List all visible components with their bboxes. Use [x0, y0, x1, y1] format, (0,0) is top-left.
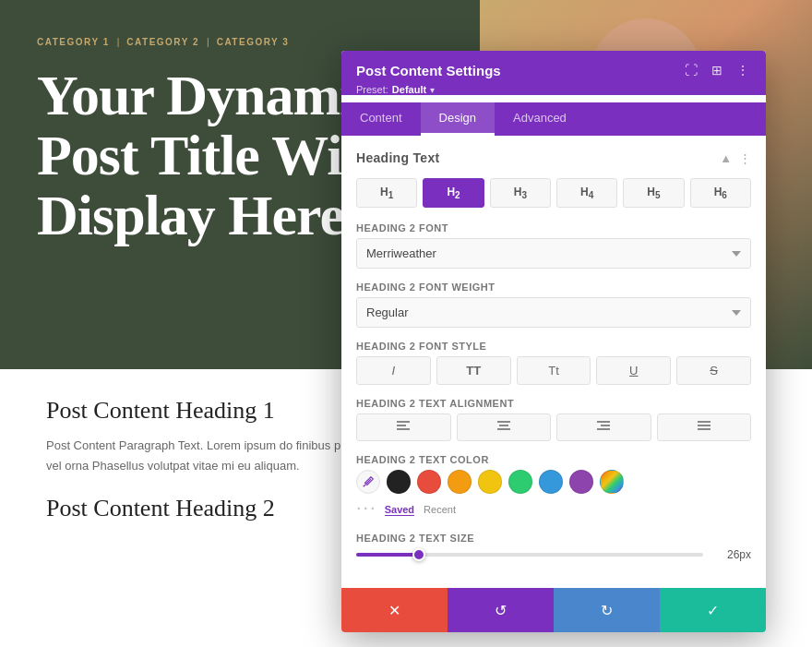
panel-header-top: Post Content Settings ⛶ ⊞ ⋮ — [356, 62, 751, 78]
slider-fill — [356, 553, 419, 557]
svg-rect-12 — [698, 421, 710, 423]
svg-rect-13 — [698, 425, 710, 426]
style-strikethrough[interactable]: S — [676, 356, 751, 385]
color-swatches — [356, 470, 751, 494]
weight-row: Heading 2 Font Weight Regular — [356, 282, 751, 328]
collapse-icon[interactable]: ▲ — [720, 151, 732, 165]
svg-rect-9 — [601, 425, 610, 426]
panel-preset[interactable]: Preset: Default ▾ — [356, 84, 751, 95]
slider-track[interactable] — [356, 553, 703, 557]
heading-btn-h5[interactable]: H5 — [623, 178, 684, 208]
color-tab-saved[interactable]: Saved — [385, 504, 414, 516]
color-dots-row: ··· Saved Recent — [356, 494, 751, 520]
cancel-button[interactable]: ✕ — [341, 588, 448, 632]
fullscreen-icon[interactable]: ⛶ — [683, 62, 699, 78]
swatch-red[interactable] — [417, 470, 441, 494]
preset-label: Preset: — [356, 84, 388, 95]
weight-label: Heading 2 Font Weight — [356, 282, 751, 293]
align-left[interactable] — [356, 413, 451, 441]
size-label: Heading 2 Text Size — [356, 533, 751, 544]
category-3: CATEGORY 3 — [217, 37, 290, 47]
panel-tabs: Content Design Advanced — [341, 102, 766, 136]
preset-arrow: ▾ — [430, 85, 435, 95]
dot-more[interactable]: ··· — [356, 497, 377, 516]
redo-button[interactable]: ↻ — [554, 588, 660, 632]
swatch-rainbow[interactable] — [600, 470, 624, 494]
section-header: Heading Text ▲ ⋮ — [356, 150, 751, 165]
font-row: Heading 2 Font Merriweather — [356, 222, 751, 269]
swatch-black[interactable] — [387, 470, 411, 494]
font-label: Heading 2 Font — [356, 222, 751, 234]
undo-button[interactable]: ↺ — [448, 588, 554, 632]
weight-select[interactable]: Regular — [356, 297, 751, 328]
save-button[interactable]: ✓ — [660, 588, 766, 632]
swatch-orange[interactable] — [448, 470, 472, 494]
swatch-green[interactable] — [508, 470, 532, 494]
svg-rect-0 — [397, 421, 410, 423]
slider-thumb[interactable] — [412, 548, 425, 561]
swatch-blue[interactable] — [539, 470, 563, 494]
eyedropper-swatch[interactable] — [356, 470, 380, 494]
swatch-purple[interactable] — [569, 470, 593, 494]
align-center[interactable] — [457, 413, 552, 441]
align-buttons — [356, 413, 751, 441]
style-label: Heading 2 Font Style — [356, 341, 751, 352]
svg-rect-8 — [597, 421, 610, 423]
align-row: Heading 2 Text Alignment — [356, 398, 751, 441]
slider-row: 26px — [356, 548, 751, 561]
swatch-yellow[interactable] — [478, 470, 502, 494]
tab-design[interactable]: Design — [421, 102, 495, 136]
align-right[interactable] — [556, 413, 651, 441]
panel-header: Post Content Settings ⛶ ⊞ ⋮ Preset: Defa… — [341, 51, 766, 95]
slider-value: 26px — [714, 548, 751, 561]
align-label: Heading 2 Text Alignment — [356, 398, 751, 409]
category-1: CATEGORY 1 — [37, 37, 110, 47]
heading-btn-h6[interactable]: H6 — [690, 178, 751, 208]
heading-btn-h4[interactable]: H4 — [556, 178, 617, 208]
color-tabs: Saved Recent — [385, 504, 456, 516]
align-justify[interactable] — [657, 413, 752, 441]
section-title: Heading Text — [356, 150, 439, 165]
color-tab-recent[interactable]: Recent — [424, 504, 456, 516]
more-icon[interactable]: ⋮ — [734, 62, 751, 78]
svg-rect-1 — [397, 425, 406, 426]
heading-buttons: H1 H2 H3 H4 H5 H6 — [356, 178, 751, 208]
font-select[interactable]: Merriweather — [356, 238, 751, 269]
style-buttons: I TT Tt U S — [356, 356, 751, 385]
heading-btn-h2[interactable]: H2 — [423, 178, 484, 208]
svg-rect-5 — [499, 425, 508, 426]
split-icon[interactable]: ⊞ — [709, 62, 725, 78]
size-row: Heading 2 Text Size 26px — [356, 533, 751, 561]
heading-btn-h1[interactable]: H1 — [356, 178, 417, 208]
style-uppercase[interactable]: TT — [436, 356, 511, 385]
style-underline[interactable]: U — [596, 356, 671, 385]
style-row: Heading 2 Font Style I TT Tt U S — [356, 341, 751, 385]
settings-panel: Post Content Settings ⛶ ⊞ ⋮ Preset: Defa… — [341, 51, 766, 632]
panel-header-icons: ⛶ ⊞ ⋮ — [683, 62, 751, 78]
svg-rect-6 — [497, 428, 510, 430]
hero-categories: CATEGORY 1 | CATEGORY 2 | CATEGORY 3 — [37, 37, 452, 47]
color-row: Heading 2 Text Color ··· Saved Recent — [356, 454, 751, 520]
panel-title: Post Content Settings — [356, 63, 501, 78]
section-icons: ▲ ⋮ — [720, 151, 751, 165]
color-label: Heading 2 Text Color — [356, 454, 751, 465]
tab-content[interactable]: Content — [341, 102, 421, 136]
heading-btn-h3[interactable]: H3 — [490, 178, 551, 208]
style-capitalize[interactable]: Tt — [517, 356, 591, 385]
svg-rect-4 — [497, 421, 510, 423]
category-2: CATEGORY 2 — [126, 37, 199, 47]
section-more-icon[interactable]: ⋮ — [739, 151, 751, 165]
svg-rect-14 — [698, 428, 710, 430]
style-italic[interactable]: I — [356, 356, 431, 385]
panel-actions: ✕ ↺ ↻ ✓ — [341, 588, 766, 632]
svg-rect-2 — [397, 428, 410, 430]
panel-body: Heading Text ▲ ⋮ H1 H2 H3 H4 H5 H6 Headi… — [341, 136, 766, 588]
svg-rect-10 — [597, 428, 610, 430]
preset-value: Default — [392, 84, 426, 95]
tab-advanced[interactable]: Advanced — [495, 102, 585, 136]
